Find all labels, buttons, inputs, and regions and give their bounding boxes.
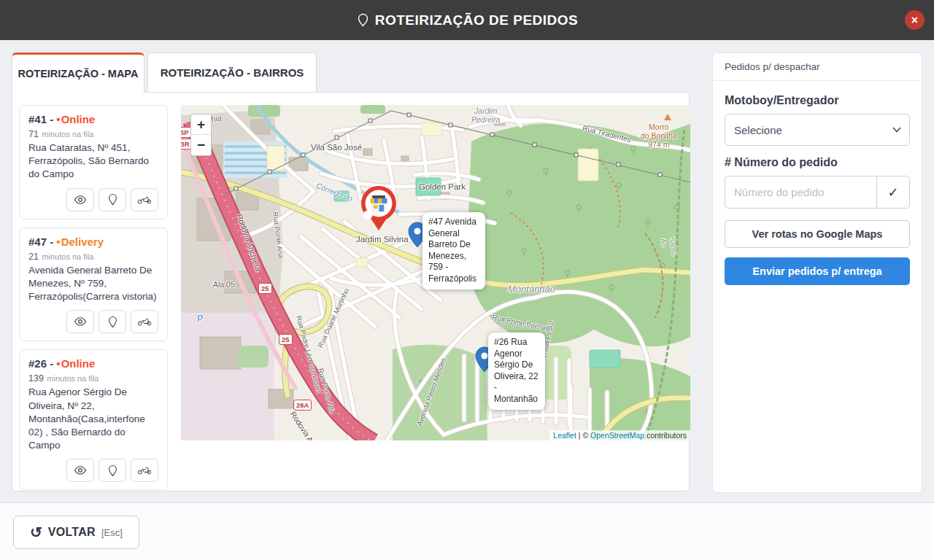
status-dot-icon: • — [56, 357, 60, 370]
map-pin-icon — [108, 464, 117, 477]
order-header: #41 - •Online — [28, 113, 158, 125]
dispatch-panel-body: Motoboy/Entregador Selecione # Número do… — [713, 81, 922, 294]
view-order-button[interactable] — [66, 188, 94, 211]
osm-link[interactable]: OpenStreetMap — [590, 431, 644, 440]
order-number: #47 - — [28, 236, 56, 248]
modal-titlebar: ROTEIRIZAÇÃO DE PEDIDOS × — [0, 0, 934, 40]
eye-icon — [74, 316, 87, 327]
order-actions — [28, 310, 158, 333]
queue-label: minutos na fila — [42, 252, 93, 261]
zoom-out-button[interactable]: − — [191, 135, 211, 155]
order-address: Rua Cataratas, Nº 451, Ferrazópolis, São… — [28, 141, 158, 182]
street-label: Santo An — [659, 236, 679, 258]
dispatch-order-button[interactable] — [131, 310, 158, 333]
back-button-label: VOLTAR — [48, 526, 96, 539]
order-47-popup: #47 Avenida General Barreto De Menezes, … — [422, 212, 485, 289]
eye-icon — [74, 195, 87, 205]
map-attribution: Leaflet | © OpenStreetMap contributors — [549, 430, 690, 440]
esc-shortcut-hint: [Esc] — [101, 527, 123, 538]
order-number: #26 - — [28, 357, 56, 370]
tab-roteirizacao-mapa[interactable]: ROTEIRIZAÇÃO - MAPA — [12, 52, 144, 93]
order-number: #41 - — [28, 113, 56, 125]
map-zoom-control: + − — [190, 114, 212, 156]
status-dot-icon: • — [56, 236, 60, 248]
order-actions — [28, 188, 158, 211]
place-label: Montanhão — [508, 284, 555, 295]
road-shield: 26A — [293, 400, 312, 411]
order-card-26: #26 - •Online 139 minutos na fila Rua Ag… — [19, 349, 168, 490]
google-maps-routes-button[interactable]: Ver rotas no Google Maps — [725, 220, 910, 248]
confirm-order-button[interactable]: ✓ — [876, 176, 910, 209]
check-icon: ✓ — [887, 185, 898, 200]
queue-minutes: 71 — [28, 129, 39, 139]
footer-bar: ↺ VOLTAR [Esc] — [0, 502, 934, 560]
eye-icon — [74, 465, 87, 475]
status-badge: Online — [61, 113, 96, 125]
queue-label: minutos na fila — [47, 374, 99, 383]
leaflet-map[interactable]: Bahia Vila São José Jardim Pedreira Gold… — [181, 105, 690, 440]
leaflet-link[interactable]: Leaflet — [553, 431, 576, 440]
undo-icon: ↺ — [30, 524, 42, 541]
map-pin-icon — [108, 193, 117, 206]
place-label: Residencial — [499, 322, 544, 332]
dispatch-order-button[interactable] — [131, 188, 158, 211]
road-shield: 25 — [279, 334, 293, 345]
place-label: Vila São José — [311, 143, 362, 152]
order-address: Avenida General Barreto De Menezes, Nº 7… — [28, 264, 158, 304]
queue-time: 21 minutos na fila — [28, 249, 158, 262]
dispatch-panel: Pedidos p/ despachar Motoboy/Entregador … — [712, 52, 922, 493]
queue-label: minutos na fila — [42, 130, 93, 139]
queue-time: 139 minutos na fila — [28, 371, 158, 384]
place-label: Golden Park — [419, 182, 466, 192]
store-marker[interactable] — [360, 184, 398, 231]
view-order-button[interactable] — [66, 310, 94, 333]
locate-order-button[interactable] — [99, 459, 126, 482]
order-header: #26 - •Online — [28, 357, 158, 370]
send-orders-button[interactable]: Enviar pedidos p/ entrega — [725, 257, 910, 285]
tab-label: ROTEIRIZAÇÃO - MAPA — [18, 68, 139, 79]
back-button[interactable]: ↺ VOLTAR [Esc] — [13, 516, 139, 549]
page-title: ROTEIRIZAÇÃO DE PEDIDOS — [356, 12, 579, 28]
order-actions — [28, 459, 158, 482]
tab-label: ROTEIRIZAÇÃO - BAIRROS — [161, 66, 304, 79]
map-pin-icon — [108, 316, 117, 328]
motorcycle-icon — [137, 465, 152, 475]
peak-label: Morro do Bonilha 974 m — [641, 122, 677, 149]
order-list: #41 - •Online 71 minutos na fila Rua Cat… — [19, 105, 168, 490]
close-icon: × — [911, 14, 918, 27]
view-order-button[interactable] — [66, 459, 94, 482]
motorcycle-icon — [137, 316, 152, 327]
order-26-popup: #26 Rua Agenor Sérgio De Oliveira, 22 - … — [488, 332, 545, 410]
road-shield: 25 — [258, 283, 272, 294]
peak-icon — [664, 114, 671, 120]
tab-roteirizacao-bairros[interactable]: ROTEIRIZAÇÃO - BAIRROS — [147, 52, 317, 93]
locate-order-button[interactable] — [99, 310, 126, 333]
order-number-input[interactable] — [725, 176, 876, 209]
dispatch-order-button[interactable] — [131, 459, 158, 482]
attribution-suffix: contributors — [644, 431, 687, 440]
location-pin-icon — [356, 13, 370, 27]
order-header: #47 - •Delivery — [28, 236, 158, 248]
place-label: Ala 05 — [213, 280, 235, 289]
locate-order-button[interactable] — [99, 188, 126, 211]
dispatch-panel-title: Pedidos p/ despachar — [713, 53, 922, 81]
order-card-41: #41 - •Online 71 minutos na fila Rua Cat… — [19, 105, 168, 219]
queue-minutes: 139 — [28, 373, 44, 384]
queue-time: 71 minutos na fila — [28, 127, 158, 140]
page-title-text: ROTEIRIZAÇÃO DE PEDIDOS — [375, 12, 579, 28]
attribution-separator: | © — [576, 431, 590, 440]
queue-minutes: 21 — [28, 252, 39, 262]
parking-label: P — [197, 314, 204, 324]
place-label: Jardim Pedreira — [471, 106, 501, 124]
order-card-47: #47 - •Delivery 21 minutos na fila Aveni… — [19, 228, 168, 342]
order-number-label: # Número do pedido — [725, 156, 910, 169]
close-button[interactable]: × — [905, 10, 925, 30]
status-badge: Delivery — [61, 236, 104, 248]
order-address: Rua Agenor Sérgio De Oliveira, Nº 22, Mo… — [28, 386, 158, 452]
place-label: Jardim Silvina — [356, 235, 409, 244]
store-pin-icon — [360, 184, 398, 231]
map-tab-panel: #41 - •Online 71 minutos na fila Rua Cat… — [12, 92, 690, 491]
driver-label: Motoboy/Entregador — [725, 94, 910, 107]
zoom-in-button[interactable]: + — [191, 114, 211, 135]
driver-select[interactable]: Selecione — [725, 114, 910, 146]
